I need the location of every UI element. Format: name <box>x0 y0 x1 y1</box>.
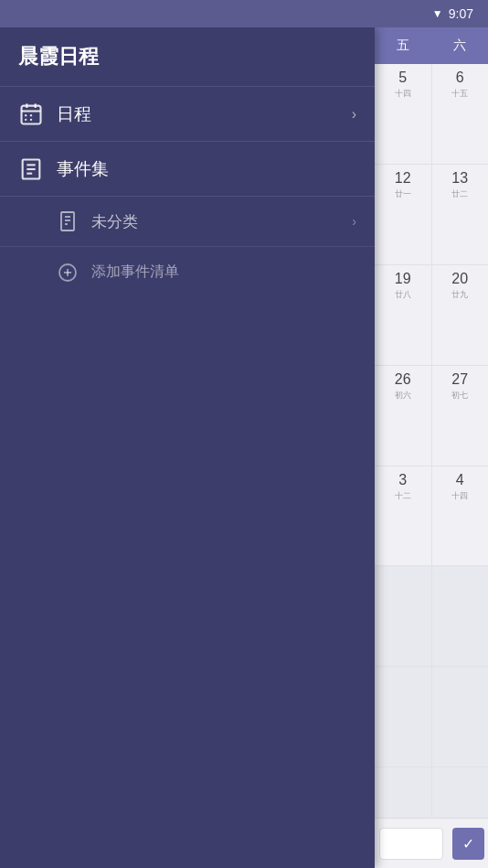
calendar-cell-empty <box>432 667 489 766</box>
calendar-cell[interactable]: 27 初七 <box>432 366 489 466</box>
calendar-week-5: 3 十二 4 十四 <box>375 466 488 567</box>
cell-lunar: 十四 <box>451 490 468 502</box>
calendar-cell[interactable]: 19 廿八 <box>375 265 432 365</box>
calendar-cell[interactable]: 5 十四 <box>375 64 432 164</box>
calendar-cell[interactable]: 12 廿一 <box>375 165 432 264</box>
add-event-label: 添加事件清单 <box>91 263 179 282</box>
cell-lunar: 十四 <box>395 88 411 100</box>
submenu-item-uncategorized[interactable]: 未分类 › <box>0 197 375 247</box>
day-header-fri: 五 <box>375 38 431 54</box>
main-layout: 晨霞日程 日程 › <box>0 27 488 868</box>
cell-num: 27 <box>451 371 468 388</box>
calendar-cell[interactable]: 13 廿二 <box>432 165 489 264</box>
cell-num: 12 <box>395 170 411 187</box>
eventset-label: 事件集 <box>57 157 356 181</box>
check-button[interactable]: ✓ <box>452 828 484 860</box>
cell-num: 19 <box>395 271 411 287</box>
status-time: 9:07 <box>449 6 473 21</box>
calendar-week-3: 19 廿八 20 廿九 <box>375 265 488 366</box>
cell-num: 20 <box>451 271 468 287</box>
day-header-sat: 六 <box>431 38 488 54</box>
sidebar-header: 晨霞日程 <box>0 27 375 87</box>
checkmark-icon: ✓ <box>462 835 474 852</box>
cell-lunar: 廿二 <box>451 188 468 200</box>
cell-lunar: 初七 <box>451 390 468 402</box>
cell-num: 5 <box>398 70 407 86</box>
calendar-panel: 五 六 5 十四 6 十五 12 廿一 <box>375 27 488 868</box>
add-event-list-item[interactable]: 添加事件清单 <box>0 247 375 297</box>
calendar-cell[interactable]: 3 十二 <box>375 466 432 566</box>
cell-lunar: 十五 <box>451 88 468 100</box>
schedule-label: 日程 <box>57 102 352 126</box>
calendar-cell-empty <box>432 566 489 666</box>
calendar-icon <box>18 102 44 127</box>
calendar-grid: 5 十四 6 十五 12 廿一 13 廿二 <box>375 64 488 868</box>
cell-num: 6 <box>456 70 464 86</box>
calendar-cell[interactable]: 20 廿九 <box>432 265 489 365</box>
uncategorized-label: 未分类 <box>91 211 352 232</box>
calendar-header-row: 五 六 <box>375 27 488 64</box>
cell-num: 3 <box>398 472 407 488</box>
bottom-input[interactable] <box>379 828 443 860</box>
calendar-cell[interactable]: 4 十四 <box>432 466 489 566</box>
wifi-icon: ▼ <box>432 7 443 20</box>
list-icon <box>18 156 44 182</box>
cell-lunar: 初六 <box>395 390 411 402</box>
cell-lunar: 廿一 <box>395 188 411 200</box>
doc-icon <box>57 210 79 232</box>
calendar-cell[interactable]: 26 初六 <box>375 366 432 466</box>
cell-lunar: 廿九 <box>451 289 468 301</box>
calendar-week-1: 5 十四 6 十五 <box>375 64 488 165</box>
calendar-week-4: 26 初六 27 初七 <box>375 366 488 466</box>
plus-circle-icon <box>57 262 79 284</box>
calendar-week-empty-2 <box>375 667 488 767</box>
menu-item-eventset[interactable]: 事件集 <box>0 142 375 197</box>
schedule-arrow: › <box>352 106 356 123</box>
calendar-cell-empty <box>375 667 432 766</box>
calendar-week-2: 12 廿一 13 廿二 <box>375 165 488 265</box>
cell-num: 26 <box>395 371 411 388</box>
cell-num: 4 <box>456 472 464 488</box>
cell-lunar: 十二 <box>395 490 411 502</box>
app-title: 晨霞日程 <box>18 43 99 70</box>
status-bar: ▼ 9:07 <box>0 0 488 27</box>
bottom-bar: ✓ <box>375 818 488 868</box>
cell-lunar: 廿八 <box>395 289 411 301</box>
menu-item-schedule[interactable]: 日程 › <box>0 87 375 142</box>
calendar-cell-empty <box>375 566 432 666</box>
calendar-week-empty-1 <box>375 566 488 667</box>
uncategorized-arrow: › <box>352 214 356 229</box>
cell-num: 13 <box>451 170 468 187</box>
sidebar: 晨霞日程 日程 › <box>0 27 375 868</box>
svg-rect-12 <box>61 212 74 230</box>
calendar-cell[interactable]: 6 十五 <box>432 64 489 164</box>
